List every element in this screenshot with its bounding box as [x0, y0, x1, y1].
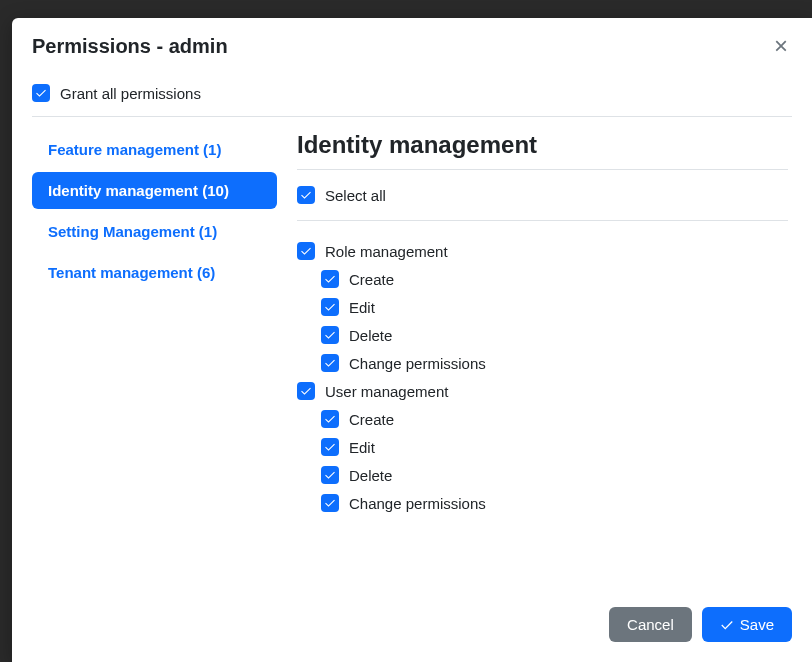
cancel-button-label: Cancel — [627, 616, 674, 633]
content-row: Feature management (1)Identity managemen… — [32, 117, 792, 517]
permission-tree: Role managementCreateEditDeleteChange pe… — [297, 221, 788, 517]
permission-label: Edit — [349, 439, 375, 456]
close-icon: × — [774, 32, 788, 59]
check-icon — [324, 441, 336, 453]
permission-label: Change permissions — [349, 495, 486, 512]
permission-item: Edit — [297, 433, 788, 461]
close-button[interactable]: × — [770, 34, 792, 58]
nav-item-label: Setting Management (1) — [48, 223, 217, 240]
nav-item-label: Identity management (10) — [48, 182, 229, 199]
save-button[interactable]: Save — [702, 607, 792, 642]
grant-all-row: Grant all permissions — [32, 74, 792, 117]
permission-checkbox[interactable] — [321, 354, 339, 372]
permission-checkbox[interactable] — [297, 382, 315, 400]
permission-checkbox[interactable] — [321, 326, 339, 344]
check-icon — [35, 87, 47, 99]
main-panel: Identity management Select all Role mana… — [297, 131, 792, 517]
permission-item: Create — [297, 265, 788, 293]
permission-item: User management — [297, 377, 788, 405]
nav-item-label: Feature management (1) — [48, 141, 221, 158]
modal-footer: Cancel Save — [12, 591, 812, 662]
check-icon — [720, 618, 734, 632]
check-icon — [324, 357, 336, 369]
nav-item-3[interactable]: Tenant management (6) — [32, 254, 277, 291]
grant-all-checkbox[interactable] — [32, 84, 50, 102]
permission-checkbox[interactable] — [321, 410, 339, 428]
check-icon — [324, 469, 336, 481]
permission-item: Change permissions — [297, 489, 788, 517]
nav-item-1[interactable]: Identity management (10) — [32, 172, 277, 209]
permission-label: Role management — [325, 243, 448, 260]
select-all-checkbox[interactable] — [297, 186, 315, 204]
permission-label: Delete — [349, 467, 392, 484]
nav-item-0[interactable]: Feature management (1) — [32, 131, 277, 168]
permission-item: Delete — [297, 461, 788, 489]
permission-checkbox[interactable] — [321, 466, 339, 484]
check-icon — [324, 329, 336, 341]
check-icon — [300, 245, 312, 257]
permission-label: Delete — [349, 327, 392, 344]
permission-item: Delete — [297, 321, 788, 349]
nav-item-label: Tenant management (6) — [48, 264, 215, 281]
permission-label: Change permissions — [349, 355, 486, 372]
modal-header: Permissions - admin × — [12, 18, 812, 74]
permission-checkbox[interactable] — [321, 270, 339, 288]
modal-title: Permissions - admin — [32, 35, 228, 58]
grant-all-label: Grant all permissions — [60, 85, 201, 102]
permission-label: User management — [325, 383, 448, 400]
check-icon — [324, 301, 336, 313]
permission-label: Edit — [349, 299, 375, 316]
nav-item-2[interactable]: Setting Management (1) — [32, 213, 277, 250]
panel-title: Identity management — [297, 131, 788, 170]
check-icon — [324, 273, 336, 285]
select-all-label: Select all — [325, 187, 386, 204]
modal-body: Grant all permissions Feature management… — [12, 74, 812, 591]
permission-item: Role management — [297, 237, 788, 265]
permission-checkbox[interactable] — [321, 438, 339, 456]
check-icon — [300, 189, 312, 201]
permission-label: Create — [349, 271, 394, 288]
permission-item: Edit — [297, 293, 788, 321]
permission-label: Create — [349, 411, 394, 428]
save-button-label: Save — [740, 616, 774, 633]
permission-checkbox[interactable] — [321, 494, 339, 512]
permissions-modal: Permissions - admin × Grant all permissi… — [12, 18, 812, 662]
permission-item: Create — [297, 405, 788, 433]
permission-checkbox[interactable] — [321, 298, 339, 316]
select-all-row: Select all — [297, 170, 788, 221]
check-icon — [324, 413, 336, 425]
check-icon — [324, 497, 336, 509]
nav-pills: Feature management (1)Identity managemen… — [32, 131, 277, 517]
check-icon — [300, 385, 312, 397]
permission-item: Change permissions — [297, 349, 788, 377]
cancel-button[interactable]: Cancel — [609, 607, 692, 642]
permission-checkbox[interactable] — [297, 242, 315, 260]
